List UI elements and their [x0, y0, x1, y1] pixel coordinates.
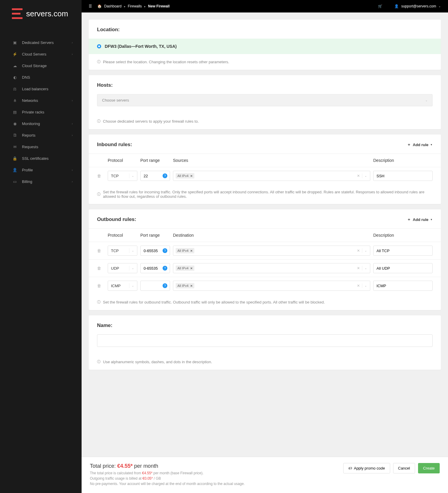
location-note: ⓘ Please select the location. Changing t… [89, 54, 441, 70]
delete-rule-button[interactable]: 🗑 [97, 283, 108, 288]
chevron-down-icon: ⌄ [365, 174, 367, 177]
user-menu[interactable]: 👤 support@servers.com ⌄ [394, 4, 441, 8]
inbound-note: ⓘ Set the firewall rules for incoming tr… [89, 184, 441, 204]
nav-icon: ▣ [12, 40, 18, 45]
nav-icon: ⚖ [12, 87, 18, 91]
port-input[interactable]: ? [140, 263, 170, 273]
protocol-select[interactable]: UDP ⌄ [108, 263, 137, 273]
sidebar-item-reports[interactable]: 🖺Reports› [0, 129, 82, 141]
nav-icon: ◐ [12, 75, 18, 80]
sidebar-item-ssl-certificates[interactable]: 🔒SSL certificates [0, 153, 82, 164]
clear-icon[interactable]: ✕ [357, 174, 360, 178]
chevron-right-icon: › [72, 168, 73, 172]
sources-select[interactable]: All IPv4✕ ✕ ⌄ [173, 281, 370, 291]
delete-rule-button[interactable]: 🗑 [97, 248, 108, 253]
nav-icon: ✉ [12, 145, 18, 149]
apply-promo-button[interactable]: 🏷 Apply promo code [343, 463, 390, 473]
sidebar-item-networks[interactable]: ⋔Networks› [0, 95, 82, 106]
menu-icon[interactable]: ☰ [89, 4, 92, 8]
sidebar-item-dns[interactable]: ◐DNS [0, 72, 82, 83]
description-input[interactable] [373, 263, 433, 273]
description-input[interactable] [373, 246, 433, 256]
info-icon: ⓘ [97, 192, 101, 197]
add-outbound-rule-button[interactable]: ＋ Add rule ▼ [407, 217, 433, 222]
outbound-panel: Outbound rules: ＋ Add rule ▼ Protocol Po… [89, 209, 441, 310]
sidebar-item-cloud-storage[interactable]: ☁Cloud Storage [0, 60, 82, 72]
location-option[interactable]: DFW3 (Dallas—Fort Worth, TX, USA) [89, 39, 441, 54]
source-tag: All IPv4✕ [176, 266, 194, 271]
nav-label: Billing [22, 179, 32, 184]
create-button[interactable]: Create [418, 463, 440, 473]
inbound-columns: Protocol Port range Sources Description [89, 154, 441, 167]
port-field[interactable] [144, 174, 161, 178]
hosts-placeholder: Choose servers [102, 98, 129, 102]
home-icon[interactable]: 🏠 [97, 4, 102, 8]
sidebar-item-load-balancers[interactable]: ⚖Load balancers [0, 83, 82, 95]
nav-icon: 🔒 [12, 156, 18, 161]
remove-tag-icon[interactable]: ✕ [190, 174, 193, 178]
port-field[interactable] [144, 284, 161, 288]
breadcrumb-firewalls[interactable]: Firewalls [128, 4, 142, 8]
help-icon[interactable]: ? [163, 248, 167, 253]
help-icon[interactable]: ? [163, 266, 167, 271]
help-icon[interactable]: ? [163, 173, 167, 178]
name-note: ⓘ Use alphanumeric symbols, dashes, and … [89, 354, 441, 370]
add-inbound-rule-button[interactable]: ＋ Add rule ▼ [407, 142, 433, 147]
port-input[interactable]: ? [140, 246, 170, 256]
sidebar-item-dedicated-servers[interactable]: ▣Dedicated Servers› [0, 37, 82, 48]
nav-icon: ⚡ [12, 52, 18, 56]
help-icon[interactable]: ? [163, 283, 167, 288]
firewall-name-input[interactable] [97, 334, 433, 347]
hosts-select[interactable]: Choose servers ⌄ [97, 94, 433, 106]
cancel-button[interactable]: Cancel [393, 463, 415, 473]
chevron-right-icon: › [72, 180, 73, 183]
sidebar-item-monitoring[interactable]: ◉Monitoring› [0, 118, 82, 129]
sources-select[interactable]: All IPv4✕ ✕ ⌄ [173, 246, 370, 256]
breadcrumb-home[interactable]: Dashboard [104, 4, 122, 8]
description-input[interactable] [373, 281, 433, 291]
protocol-select[interactable]: ICMP ⌄ [108, 281, 137, 291]
sidebar-item-cloud-servers[interactable]: ⚡Cloud Servers› [0, 48, 82, 60]
sidebar-item-profile[interactable]: 👤Profile› [0, 164, 82, 176]
plus-icon: ＋ [407, 142, 411, 147]
port-input[interactable]: ? [140, 171, 170, 181]
rule-row: 🗑 TCP ⌄ ? All IPv4✕ ✕ ⌄ [89, 167, 441, 184]
port-input[interactable]: ? [140, 281, 170, 291]
caret-down-icon: ▼ [430, 218, 433, 221]
sidebar: servers.com ▣Dedicated Servers›⚡Cloud Se… [0, 0, 82, 493]
hosts-note: ⓘ Choose dedicated servers to apply your… [89, 113, 441, 129]
description-input[interactable] [373, 171, 433, 181]
remove-tag-icon[interactable]: ✕ [190, 284, 193, 287]
radio-selected-icon [97, 44, 101, 48]
remove-tag-icon[interactable]: ✕ [190, 249, 193, 252]
nav-icon: ☁ [12, 64, 18, 68]
sidebar-item-requests[interactable]: ✉Requests [0, 141, 82, 153]
remove-tag-icon[interactable]: ✕ [190, 267, 193, 270]
clear-icon[interactable]: ✕ [357, 284, 360, 288]
nav-label: Cloud Servers [22, 52, 46, 56]
sources-select[interactable]: All IPv4✕ ✕ ⌄ [173, 263, 370, 273]
caret-down-icon: ▼ [430, 143, 433, 146]
logo[interactable]: servers.com [0, 0, 82, 31]
nav-label: Monitoring [22, 121, 40, 126]
chevron-down-icon: ⌄ [132, 284, 134, 287]
delete-rule-button[interactable]: 🗑 [97, 266, 108, 271]
sidebar-item-private-racks[interactable]: ▤Private racks [0, 106, 82, 118]
delete-rule-button[interactable]: 🗑 [97, 173, 108, 178]
description-field[interactable] [376, 281, 429, 290]
sidebar-item-billing[interactable]: ▭Billing› [0, 176, 82, 187]
sources-select[interactable]: All IPv4✕ ✕ ⌄ [173, 171, 370, 181]
cart-icon[interactable]: 🛒 [378, 4, 382, 8]
description-field[interactable] [376, 263, 429, 273]
outbound-columns: Protocol Port range Destination Descript… [89, 228, 441, 242]
protocol-select[interactable]: TCP ⌄ [108, 246, 137, 256]
clear-icon[interactable]: ✕ [357, 266, 360, 270]
description-field[interactable] [376, 246, 429, 255]
port-field[interactable] [144, 249, 161, 253]
protocol-select[interactable]: TCP ⌄ [108, 171, 137, 181]
nav-label: Cloud Storage [22, 64, 47, 68]
port-field[interactable] [144, 266, 161, 271]
clear-icon[interactable]: ✕ [357, 249, 360, 253]
rule-row: 🗑 UDP ⌄ ? All IPv4✕ ✕ ⌄ [89, 259, 441, 277]
description-field[interactable] [376, 171, 429, 181]
